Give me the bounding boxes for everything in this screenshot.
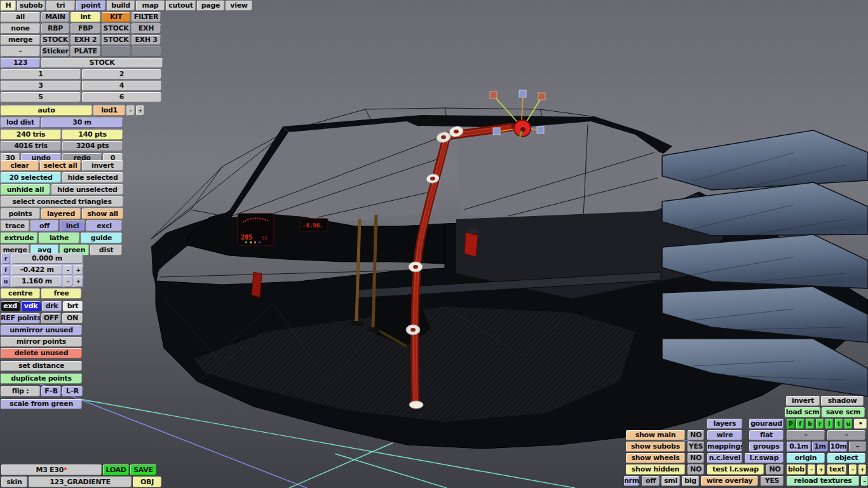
duplicate-points-button[interactable]: duplicate points [1, 374, 82, 384]
tri-button[interactable]: tri [46, 1, 75, 11]
gizmo-handle-square[interactable] [538, 93, 545, 100]
4-button[interactable]: 4 [82, 81, 161, 91]
lod-dist-button[interactable]: lod dist [1, 118, 40, 128]
obj-button[interactable]: OBJ [133, 477, 161, 487]
object-button[interactable]: object [827, 453, 865, 463]
minus-button[interactable]: – [64, 276, 72, 287]
240-tris-button[interactable]: 240 tris [1, 130, 61, 140]
load-scm-button[interactable]: load scm [785, 407, 820, 417]
stock-button[interactable]: STOCK [102, 24, 130, 34]
plus-button[interactable]: + [74, 265, 83, 275]
fbp-button[interactable]: FBP [71, 24, 100, 34]
layered-button[interactable]: layered [41, 208, 81, 219]
on-button[interactable]: ON [62, 313, 83, 323]
exh-button[interactable]: EXH [132, 24, 161, 34]
f-button[interactable]: f [1, 265, 10, 275]
u-button[interactable]: u [1, 276, 10, 287]
no-button[interactable]: NO [688, 464, 704, 475]
guide-button[interactable]: guide [81, 233, 122, 243]
minus-button[interactable]: – [787, 430, 825, 440]
blob-button[interactable]: blob [787, 464, 806, 475]
0-000-m-button[interactable]: 0.000 m [11, 254, 83, 264]
select-connected-triangles-button[interactable]: select connected triangles [1, 196, 123, 207]
vdk-button[interactable]: vdk [21, 301, 41, 311]
filter-button[interactable]: FILTER [132, 12, 161, 22]
l-r-swap-button[interactable]: l.r.swap [745, 453, 783, 463]
no-button[interactable]: NO [766, 464, 783, 475]
r-button[interactable]: r [1, 254, 10, 264]
scale-from-green-button[interactable]: scale from green [1, 399, 82, 409]
stock-button[interactable]: STOCK [41, 58, 163, 68]
hide-unselected-button[interactable]: hide unselected [51, 184, 123, 195]
no-button[interactable]: NO [688, 430, 704, 440]
excl-button[interactable]: excl [86, 220, 122, 231]
minus-button[interactable]: – [861, 476, 868, 486]
mappings-button[interactable]: mappings [707, 442, 742, 452]
subob-button[interactable]: subob [17, 1, 45, 11]
f-button[interactable]: f [796, 419, 804, 429]
4016-tris-button[interactable]: 4016 tris [1, 141, 61, 151]
10m-button[interactable]: 10m [830, 442, 847, 452]
3-button[interactable]: 3 [1, 81, 81, 91]
extrude-button[interactable]: extrude [1, 233, 37, 243]
map-button[interactable]: map [136, 1, 165, 11]
123-button[interactable]: 123 [1, 58, 40, 68]
delete-unused-button[interactable]: delete unused [1, 348, 82, 358]
skin-name-button[interactable]: 123_GRADIENTE [29, 477, 132, 487]
free-button[interactable]: free [41, 288, 81, 299]
yes-button[interactable]: YES [688, 442, 704, 452]
show-all-button[interactable]: show all [82, 208, 123, 219]
l-r-button[interactable]: L–R [62, 386, 83, 396]
none-button[interactable]: none [1, 24, 40, 34]
sml-button[interactable]: sml [661, 476, 680, 486]
gizmo-handle-square[interactable] [490, 92, 497, 98]
3204-pts-button[interactable]: 3204 pts [62, 141, 123, 151]
trace-button[interactable]: trace [1, 220, 29, 231]
plus-button[interactable]: + [858, 464, 866, 475]
big-button[interactable]: big [682, 476, 699, 486]
20-selected-button[interactable]: 20 selected [1, 172, 61, 183]
140-pts-button[interactable]: 140 pts [62, 130, 123, 140]
dist-button[interactable]: dist [90, 245, 122, 255]
b-button[interactable]: b [806, 419, 814, 429]
plate-button[interactable]: PLATE [71, 46, 100, 57]
stock-button[interactable]: STOCK [102, 35, 130, 45]
exh-2-button[interactable]: EXH 2 [71, 35, 100, 45]
minus-button[interactable]: – [1, 46, 40, 57]
set-distance-button[interactable]: set distance [1, 361, 82, 371]
groups-button[interactable]: groups [749, 442, 783, 452]
wire-button[interactable]: wire [707, 430, 742, 440]
minus-button[interactable]: – [849, 464, 857, 475]
invert-button[interactable]: invert [786, 396, 820, 406]
5-button[interactable]: 5 [1, 92, 81, 102]
rbp-button[interactable]: RBP [41, 24, 69, 34]
1-button[interactable]: 1 [1, 69, 81, 79]
no-button[interactable]: NO [688, 453, 704, 463]
model-name-button[interactable]: M3 E30* [1, 464, 102, 475]
incl-button[interactable]: incl [60, 220, 85, 231]
nrm-button[interactable]: nrm [624, 476, 639, 486]
t-button[interactable]: t [835, 419, 843, 429]
clear-button[interactable]: clear [1, 160, 39, 171]
build-button[interactable]: build [107, 1, 135, 11]
int-button[interactable]: int [71, 12, 100, 22]
minus-button[interactable]: – [827, 430, 865, 440]
view-button[interactable]: view [226, 1, 252, 11]
shadow-button[interactable]: shadow [821, 396, 864, 406]
exh-3-button[interactable]: EXH 3 [132, 35, 161, 45]
l-button[interactable]: l [825, 419, 833, 429]
centre-button[interactable]: centre [1, 288, 40, 299]
flip-button[interactable]: flip : [1, 386, 40, 396]
dot-toggle[interactable]: • [854, 419, 867, 429]
u-button[interactable]: u [844, 419, 852, 429]
wire-overlay-button[interactable]: wire overlay [701, 476, 758, 486]
test-l-r-swap-button[interactable]: test l.r.swap [707, 464, 764, 475]
main-button[interactable]: MAIN [41, 12, 69, 22]
2-button[interactable]: 2 [82, 69, 161, 79]
kit-button[interactable]: KIT [102, 12, 130, 22]
reload-textures-button[interactable]: reload textures [787, 476, 859, 486]
mirror-points-button[interactable]: mirror points [1, 337, 82, 347]
points-button[interactable]: points [1, 208, 40, 219]
minus-button[interactable]: – [126, 105, 135, 116]
plus-button[interactable]: + [74, 276, 83, 287]
